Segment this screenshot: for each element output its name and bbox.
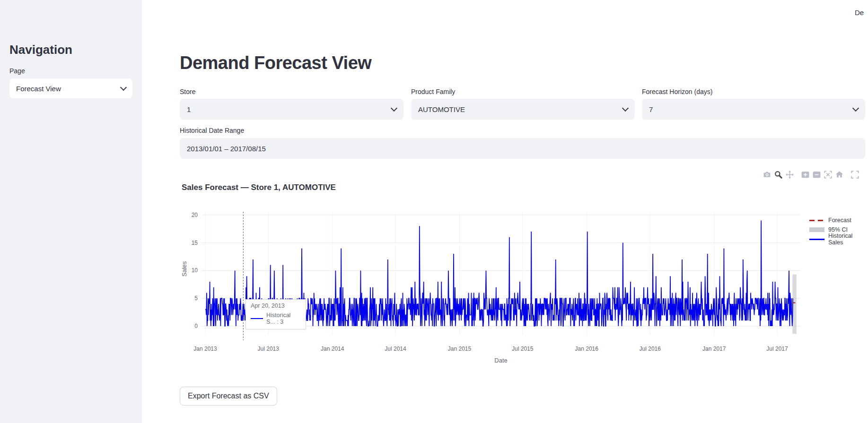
camera-icon[interactable] (763, 170, 772, 179)
chevron-down-icon (391, 105, 397, 112)
chevron-down-icon (120, 84, 127, 91)
hover-tooltip: Apr 20, 2013 Historical S... : 3 (245, 299, 306, 329)
x-tick-label: Jan 2013 (193, 345, 217, 352)
chart-title: Sales Forecast — Store 1, AUTOMOTIVE (182, 183, 336, 192)
horizon-select[interactable]: 7 (642, 99, 865, 120)
store-select[interactable]: 1 (180, 99, 403, 120)
x-tick-label: Jan 2016 (575, 345, 599, 352)
zoom-icon[interactable] (774, 170, 783, 179)
page-select-value: Forecast View (16, 85, 61, 93)
horizon-select-value: 7 (649, 105, 653, 113)
autoscale-icon[interactable] (824, 170, 833, 179)
x-tick-label: Jul 2017 (766, 345, 788, 352)
tooltip-date: Apr 20, 2013 (251, 302, 301, 309)
page-title: Demand Forecast View (180, 53, 371, 73)
pan-icon[interactable] (785, 170, 794, 179)
horizon-select-label: Forecast Horizon (days) (642, 88, 712, 95)
chart-legend: Forecast 95% CI Historical Sales (809, 216, 868, 244)
sidebar-title: Navigation (9, 43, 72, 57)
x-tick-label: Jul 2014 (385, 345, 406, 352)
family-select-label: Product Family (411, 88, 455, 95)
family-select[interactable]: AUTOMOTIVE (411, 99, 635, 120)
x-tick-label: Jan 2017 (702, 345, 726, 352)
x-axis-title: Date (494, 357, 507, 364)
app-root: { "header": { "deploy_visible_text": "De… (0, 0, 868, 423)
zoom-out-icon[interactable] (812, 170, 821, 179)
page-select-label: Page (9, 67, 25, 75)
date-range-label: Historical Date Range (180, 127, 244, 134)
ci-band-swatch (809, 227, 824, 232)
forecast-chart: 05101520Jan 2013Jul 2013Jan 2014Jul 2014… (180, 208, 868, 371)
chevron-down-icon (622, 105, 629, 112)
export-csv-button[interactable]: Export Forecast as CSV (180, 387, 277, 406)
historical-line-swatch (809, 239, 824, 240)
y-tick-label: 15 (192, 240, 198, 246)
legend-item-forecast[interactable]: Forecast (809, 216, 868, 225)
y-axis-title: Sales (181, 261, 188, 276)
date-range-value: 2013/01/01 – 2017/08/15 (187, 145, 266, 153)
legend-item-historical[interactable]: Historical Sales (809, 234, 868, 244)
legend-label: Historical Sales (828, 233, 868, 246)
tooltip-line-swatch (251, 318, 263, 319)
x-tick-label: Jul 2015 (512, 345, 534, 352)
y-tick-label: 20 (192, 212, 198, 218)
x-tick-label: Jan 2015 (448, 345, 472, 352)
y-tick-label: 5 (194, 295, 198, 302)
store-select-label: Store (180, 88, 195, 95)
chart-modebar (763, 170, 862, 179)
tooltip-value: Historical S... : 3 (266, 312, 301, 325)
x-tick-label: Jul 2016 (640, 345, 661, 352)
store-select-value: 1 (187, 105, 191, 113)
chevron-down-icon (852, 105, 859, 112)
zoom-in-icon[interactable] (801, 170, 810, 179)
legend-label: Forecast (828, 217, 851, 224)
page-select[interactable]: Forecast View (9, 78, 132, 98)
x-tick-label: Jul 2013 (258, 345, 280, 352)
fullscreen-icon[interactable] (850, 170, 859, 179)
legend-label: 95% CI (828, 226, 848, 233)
deploy-button[interactable]: De (855, 9, 864, 17)
y-tick-label: 10 (192, 267, 198, 274)
forecast-dashed-line-swatch (809, 220, 824, 221)
home-icon[interactable] (835, 170, 844, 179)
y-tick-label: 0 (194, 323, 198, 329)
sidebar: Navigation Page Forecast View (0, 0, 142, 423)
x-tick-label: Jan 2014 (321, 345, 344, 352)
date-range-input[interactable]: 2013/01/01 – 2017/08/15 (180, 138, 865, 159)
family-select-value: AUTOMOTIVE (418, 105, 465, 113)
